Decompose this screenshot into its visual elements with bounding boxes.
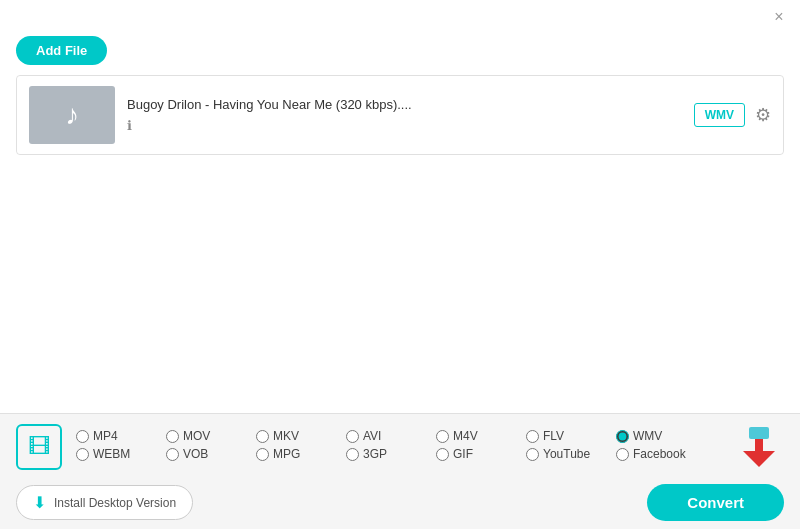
download-icon — [743, 427, 775, 467]
format-badge[interactable]: WMV — [694, 103, 745, 127]
music-note-icon: ♪ — [65, 99, 79, 131]
format-option-m4v[interactable]: M4V — [436, 429, 526, 443]
format-label-3gp: 3GP — [363, 447, 387, 461]
format-option-mov[interactable]: MOV — [166, 429, 256, 443]
download-arrow-box — [734, 427, 784, 467]
file-name: Bugoy Drilon - Having You Near Me (320 k… — [127, 97, 682, 112]
format-grid: MP4 MOV MKV AVI M4V — [76, 429, 724, 465]
format-label-mp4: MP4 — [93, 429, 118, 443]
format-label-gif: GIF — [453, 447, 473, 461]
file-info: Bugoy Drilon - Having You Near Me (320 k… — [115, 97, 694, 133]
format-option-vob[interactable]: VOB — [166, 447, 256, 461]
format-radio-avi[interactable] — [346, 430, 359, 443]
format-option-flv[interactable]: FLV — [526, 429, 616, 443]
format-option-avi[interactable]: AVI — [346, 429, 436, 443]
format-radio-m4v[interactable] — [436, 430, 449, 443]
file-actions: WMV ⚙ — [694, 103, 771, 127]
format-option-gif[interactable]: GIF — [436, 447, 526, 461]
info-icon[interactable]: ℹ — [127, 118, 132, 133]
format-radio-mov[interactable] — [166, 430, 179, 443]
download-bar — [749, 427, 769, 439]
format-radio-youtube[interactable] — [526, 448, 539, 461]
download-chevron — [743, 451, 775, 467]
format-label-mpg: MPG — [273, 447, 300, 461]
format-radio-vob[interactable] — [166, 448, 179, 461]
format-option-3gp[interactable]: 3GP — [346, 447, 436, 461]
film-icon: 🎞 — [28, 434, 50, 460]
format-option-facebook[interactable]: Facebook — [616, 447, 706, 461]
file-list: ♪ Bugoy Drilon - Having You Near Me (320… — [16, 75, 784, 155]
format-row-1: MP4 MOV MKV AVI M4V — [76, 429, 724, 443]
format-option-webm[interactable]: WEBM — [76, 447, 166, 461]
format-label-flv: FLV — [543, 429, 564, 443]
format-label-m4v: M4V — [453, 429, 478, 443]
format-radio-wmv[interactable] — [616, 430, 629, 443]
format-radio-mp4[interactable] — [76, 430, 89, 443]
file-item: ♪ Bugoy Drilon - Having You Near Me (320… — [17, 76, 783, 154]
format-label-wmv: WMV — [633, 429, 662, 443]
toolbar: Add File — [0, 30, 800, 75]
install-desktop-button[interactable]: ⬇ Install Desktop Version — [16, 485, 193, 520]
format-radio-flv[interactable] — [526, 430, 539, 443]
format-radio-webm[interactable] — [76, 448, 89, 461]
install-label: Install Desktop Version — [54, 496, 176, 510]
file-thumbnail: ♪ — [29, 86, 115, 144]
format-radio-facebook[interactable] — [616, 448, 629, 461]
add-file-button[interactable]: Add File — [16, 36, 107, 65]
format-radio-mkv[interactable] — [256, 430, 269, 443]
close-button[interactable]: × — [770, 8, 788, 26]
format-label-facebook: Facebook — [633, 447, 686, 461]
format-label-youtube: YouTube — [543, 447, 590, 461]
film-icon-box: 🎞 — [16, 424, 62, 470]
format-label-vob: VOB — [183, 447, 208, 461]
format-label-webm: WEBM — [93, 447, 130, 461]
format-option-youtube[interactable]: YouTube — [526, 447, 616, 461]
settings-icon[interactable]: ⚙ — [755, 104, 771, 126]
format-radio-gif[interactable] — [436, 448, 449, 461]
format-radio-mpg[interactable] — [256, 448, 269, 461]
bottom-panel: 🎞 MP4 MOV MKV AVI — [0, 413, 800, 529]
title-bar: × — [0, 0, 800, 30]
format-row-2: WEBM VOB MPG 3GP GIF — [76, 447, 724, 461]
convert-button[interactable]: Convert — [647, 484, 784, 521]
format-option-mpg[interactable]: MPG — [256, 447, 346, 461]
install-icon: ⬇ — [33, 493, 46, 512]
format-label-mkv: MKV — [273, 429, 299, 443]
format-label-mov: MOV — [183, 429, 210, 443]
bottom-bar: ⬇ Install Desktop Version Convert — [0, 476, 800, 529]
format-selector: 🎞 MP4 MOV MKV AVI — [0, 414, 800, 476]
format-option-mp4[interactable]: MP4 — [76, 429, 166, 443]
format-label-avi: AVI — [363, 429, 381, 443]
format-option-wmv[interactable]: WMV — [616, 429, 706, 443]
format-radio-3gp[interactable] — [346, 448, 359, 461]
format-option-mkv[interactable]: MKV — [256, 429, 346, 443]
content-area — [0, 155, 800, 355]
